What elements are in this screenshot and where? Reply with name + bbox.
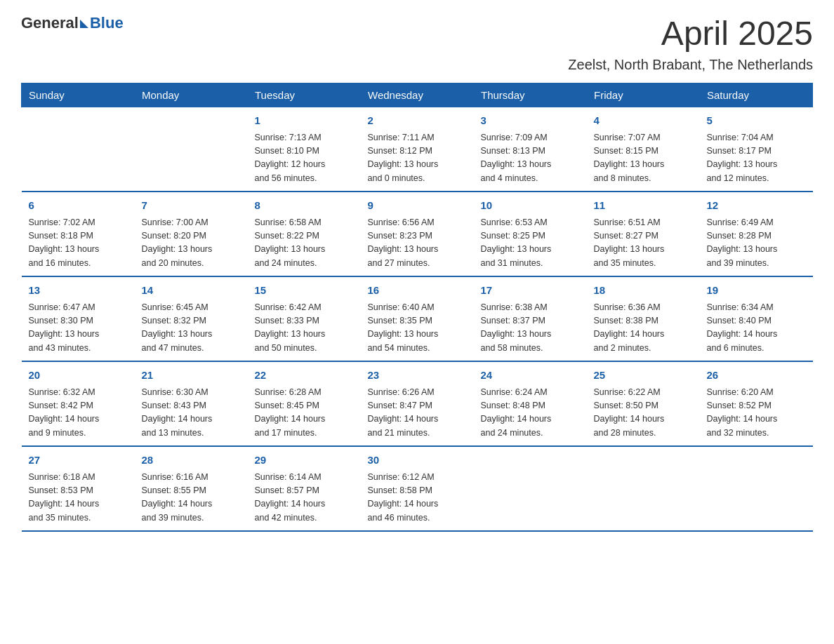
calendar-cell: 17Sunrise: 6:38 AMSunset: 8:37 PMDayligh… [474, 276, 587, 361]
calendar-cell: 20Sunrise: 6:32 AMSunset: 8:42 PMDayligh… [22, 361, 135, 446]
day-number: 5 [707, 113, 806, 129]
day-number: 3 [481, 113, 580, 129]
day-number: 24 [481, 368, 580, 384]
day-number: 23 [368, 368, 467, 384]
calendar-cell: 23Sunrise: 6:26 AMSunset: 8:47 PMDayligh… [361, 361, 474, 446]
day-info: Sunrise: 6:30 AMSunset: 8:43 PMDaylight:… [142, 386, 241, 441]
calendar-cell: 8Sunrise: 6:58 AMSunset: 8:22 PMDaylight… [248, 192, 361, 276]
calendar-cell: 10Sunrise: 6:53 AMSunset: 8:25 PMDayligh… [474, 192, 587, 276]
calendar-cell: 12Sunrise: 6:49 AMSunset: 8:28 PMDayligh… [700, 192, 813, 276]
calendar-cell: 6Sunrise: 7:02 AMSunset: 8:18 PMDaylight… [22, 192, 135, 276]
day-info: Sunrise: 6:16 AMSunset: 8:55 PMDaylight:… [142, 471, 241, 525]
calendar-cell: 27Sunrise: 6:18 AMSunset: 8:53 PMDayligh… [22, 446, 135, 531]
day-number: 9 [368, 198, 467, 214]
day-number: 29 [255, 452, 354, 469]
calendar-cell: 3Sunrise: 7:09 AMSunset: 8:13 PMDaylight… [474, 107, 587, 192]
day-number: 26 [707, 368, 806, 384]
calendar-subtitle: Zeelst, North Brabant, The Netherlands [21, 57, 813, 73]
calendar-cell [587, 446, 700, 531]
calendar-cell: 18Sunrise: 6:36 AMSunset: 8:38 PMDayligh… [587, 276, 700, 361]
day-number: 8 [255, 198, 354, 214]
day-info: Sunrise: 7:02 AMSunset: 8:18 PMDaylight:… [29, 216, 128, 271]
calendar-cell: 5Sunrise: 7:04 AMSunset: 8:17 PMDaylight… [700, 107, 813, 192]
day-number: 10 [481, 198, 580, 214]
header-sunday: Sunday [22, 83, 135, 107]
day-info: Sunrise: 6:32 AMSunset: 8:42 PMDaylight:… [29, 386, 128, 441]
header-wednesday: Wednesday [361, 83, 474, 107]
day-number: 17 [481, 283, 580, 299]
header-monday: Monday [135, 83, 248, 107]
calendar-week-row: 20Sunrise: 6:32 AMSunset: 8:42 PMDayligh… [22, 361, 813, 446]
calendar-cell: 7Sunrise: 7:00 AMSunset: 8:20 PMDaylight… [135, 192, 248, 276]
calendar-header-row: SundayMondayTuesdayWednesdayThursdayFrid… [22, 83, 813, 107]
day-number: 20 [29, 368, 128, 384]
day-number: 27 [29, 452, 128, 469]
header-saturday: Saturday [700, 83, 813, 107]
calendar-cell [135, 107, 248, 192]
day-number: 14 [142, 283, 241, 299]
logo: General Blue [21, 14, 124, 32]
day-info: Sunrise: 6:40 AMSunset: 8:35 PMDaylight:… [368, 301, 467, 356]
calendar-cell [474, 446, 587, 531]
calendar-cell [700, 446, 813, 531]
calendar-cell: 19Sunrise: 6:34 AMSunset: 8:40 PMDayligh… [700, 276, 813, 361]
day-number: 28 [142, 452, 241, 469]
day-number: 12 [707, 198, 806, 214]
day-info: Sunrise: 6:53 AMSunset: 8:25 PMDaylight:… [481, 216, 580, 271]
calendar-cell: 30Sunrise: 6:12 AMSunset: 8:58 PMDayligh… [361, 446, 474, 531]
day-info: Sunrise: 6:47 AMSunset: 8:30 PMDaylight:… [29, 301, 128, 356]
day-info: Sunrise: 6:36 AMSunset: 8:38 PMDaylight:… [594, 301, 693, 356]
calendar-cell: 26Sunrise: 6:20 AMSunset: 8:52 PMDayligh… [700, 361, 813, 446]
day-info: Sunrise: 6:51 AMSunset: 8:27 PMDaylight:… [594, 216, 693, 271]
calendar-cell: 25Sunrise: 6:22 AMSunset: 8:50 PMDayligh… [587, 361, 700, 446]
calendar-cell: 9Sunrise: 6:56 AMSunset: 8:23 PMDaylight… [361, 192, 474, 276]
day-number: 19 [707, 283, 806, 299]
day-number: 21 [142, 368, 241, 384]
day-number: 18 [594, 283, 693, 299]
day-info: Sunrise: 6:28 AMSunset: 8:45 PMDaylight:… [255, 386, 354, 441]
header-friday: Friday [587, 83, 700, 107]
calendar-week-row: 13Sunrise: 6:47 AMSunset: 8:30 PMDayligh… [22, 276, 813, 361]
day-number: 13 [29, 283, 128, 299]
day-info: Sunrise: 6:24 AMSunset: 8:48 PMDaylight:… [481, 386, 580, 441]
calendar-table: SundayMondayTuesdayWednesdayThursdayFrid… [21, 83, 813, 532]
logo-triangle-icon [80, 20, 88, 28]
calendar-cell: 24Sunrise: 6:24 AMSunset: 8:48 PMDayligh… [474, 361, 587, 446]
day-info: Sunrise: 6:49 AMSunset: 8:28 PMDaylight:… [707, 216, 806, 271]
calendar-title: April 2025 [661, 14, 813, 53]
day-info: Sunrise: 6:26 AMSunset: 8:47 PMDaylight:… [368, 386, 467, 441]
day-info: Sunrise: 7:13 AMSunset: 8:10 PMDaylight:… [255, 131, 354, 186]
calendar-cell: 1Sunrise: 7:13 AMSunset: 8:10 PMDaylight… [248, 107, 361, 192]
day-info: Sunrise: 7:04 AMSunset: 8:17 PMDaylight:… [707, 131, 806, 186]
day-info: Sunrise: 6:58 AMSunset: 8:22 PMDaylight:… [255, 216, 354, 271]
calendar-cell: 21Sunrise: 6:30 AMSunset: 8:43 PMDayligh… [135, 361, 248, 446]
day-info: Sunrise: 6:42 AMSunset: 8:33 PMDaylight:… [255, 301, 354, 356]
calendar-cell: 29Sunrise: 6:14 AMSunset: 8:57 PMDayligh… [248, 446, 361, 531]
calendar-cell: 22Sunrise: 6:28 AMSunset: 8:45 PMDayligh… [248, 361, 361, 446]
header-thursday: Thursday [474, 83, 587, 107]
logo-general-text: General [21, 14, 79, 32]
day-number: 25 [594, 368, 693, 384]
day-number: 16 [368, 283, 467, 299]
calendar-cell: 2Sunrise: 7:11 AMSunset: 8:12 PMDaylight… [361, 107, 474, 192]
calendar-cell: 14Sunrise: 6:45 AMSunset: 8:32 PMDayligh… [135, 276, 248, 361]
day-number: 4 [594, 113, 693, 129]
day-number: 11 [594, 198, 693, 214]
day-number: 15 [255, 283, 354, 299]
day-info: Sunrise: 7:00 AMSunset: 8:20 PMDaylight:… [142, 216, 241, 271]
calendar-cell: 15Sunrise: 6:42 AMSunset: 8:33 PMDayligh… [248, 276, 361, 361]
day-number: 1 [255, 113, 354, 129]
day-info: Sunrise: 6:38 AMSunset: 8:37 PMDaylight:… [481, 301, 580, 356]
logo-blue-text: Blue [90, 14, 124, 32]
calendar-cell: 28Sunrise: 6:16 AMSunset: 8:55 PMDayligh… [135, 446, 248, 531]
day-number: 30 [368, 452, 467, 469]
calendar-cell: 13Sunrise: 6:47 AMSunset: 8:30 PMDayligh… [22, 276, 135, 361]
day-info: Sunrise: 6:34 AMSunset: 8:40 PMDaylight:… [707, 301, 806, 356]
day-info: Sunrise: 6:18 AMSunset: 8:53 PMDaylight:… [29, 471, 128, 525]
day-number: 6 [29, 198, 128, 214]
calendar-cell: 16Sunrise: 6:40 AMSunset: 8:35 PMDayligh… [361, 276, 474, 361]
day-info: Sunrise: 6:45 AMSunset: 8:32 PMDaylight:… [142, 301, 241, 356]
calendar-week-row: 27Sunrise: 6:18 AMSunset: 8:53 PMDayligh… [22, 446, 813, 531]
calendar-cell: 11Sunrise: 6:51 AMSunset: 8:27 PMDayligh… [587, 192, 700, 276]
day-info: Sunrise: 7:09 AMSunset: 8:13 PMDaylight:… [481, 131, 580, 186]
